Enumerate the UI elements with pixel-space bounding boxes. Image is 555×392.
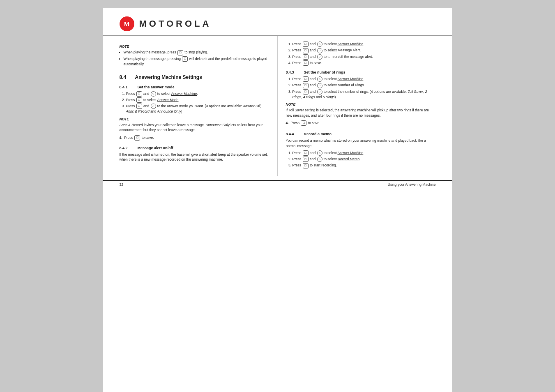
- page: M MOTOROLA NOTE When playing the message…: [103, 8, 452, 392]
- intro-note-list: When playing the message, press □ to sto…: [124, 50, 269, 67]
- nav-key-3: □: [136, 104, 142, 109]
- nav-key-1: □: [136, 91, 142, 97]
- left-column: NOTE When playing the message, press □ t…: [103, 36, 278, 176]
- step-8-4-3-2: Press □ and ○ to select Number of Rings.: [292, 83, 436, 88]
- step-8-4-1-4: 4. Press □ to save.: [120, 135, 269, 141]
- section-8-4-3-steps: Press □ and ○ to select Answer Machine. …: [292, 76, 436, 99]
- save-key-1: □: [134, 135, 140, 141]
- nav-key-r6: □: [303, 83, 309, 88]
- nav-key-r2: □: [303, 48, 309, 53]
- nav-key-r10: □: [303, 157, 309, 162]
- step-8-4-1-3: Press □ and ○ to the answer mode you wan…: [126, 104, 269, 114]
- svg-text:M: M: [124, 21, 130, 28]
- intro-note: NOTE When playing the message, press □ t…: [120, 44, 269, 67]
- ok-key-1: ○: [151, 91, 156, 97]
- right-column: Press □ and ○ to select Answer Machine. …: [278, 36, 452, 176]
- section-8-4-1-number: 8.4.1: [120, 85, 134, 90]
- save-key-r8: □: [301, 120, 306, 126]
- section-8-4-4-number: 8.4.4: [286, 131, 301, 137]
- nav-key-2: □: [136, 97, 142, 103]
- nav-key-r1: □: [303, 42, 309, 47]
- motorola-logo-icon: M: [120, 16, 134, 31]
- ok-key-r3: ○: [317, 54, 322, 60]
- step-8-4-1-1: Press □ and ○ to select Answer Machine.: [126, 91, 269, 97]
- section-8-4-1-title: Set the answer mode: [138, 85, 175, 90]
- section-8-4-3-note: NOTE If Toll Saver setting is selected, …: [286, 102, 436, 118]
- nav-key-r5: □: [303, 76, 309, 82]
- section-8-4-1-note-text: Annc & Record invites your callers to le…: [120, 122, 269, 133]
- section-8-4-4-title: Record a memo: [304, 131, 332, 137]
- step-8-4-2-1: Press □ and ○ to select Answer Machine.: [292, 42, 436, 47]
- step-8-4-1-2: Press □ to select Answer Mode.: [126, 97, 269, 103]
- step-8-4-2-3: Press □ and ○ to turn on/off the message…: [292, 54, 436, 60]
- section-8-4-2-heading: 8.4.2 Message alert on/off: [120, 143, 269, 152]
- ok-key-r2: ○: [317, 48, 322, 53]
- ok-key-r7: ○: [317, 89, 322, 95]
- step-8-4-4-1: Press □ and ○ to select Answer Machine.: [292, 150, 436, 156]
- intro-note-item-2: When playing the message, pressing □ wil…: [124, 56, 269, 67]
- section-8-4-1-steps: Press □ and ○ to select Answer Machine. …: [126, 91, 269, 114]
- step-8-4-4-3: Press □ to start recording.: [292, 163, 436, 168]
- delete-key: □: [182, 56, 188, 62]
- save-key-r4: □: [303, 60, 309, 66]
- section-8-4-heading: 8.4 Answering Machine Settings: [120, 70, 269, 82]
- section-8-4-4-heading: 8.4.4 Record a memo: [286, 129, 436, 138]
- step-8-4-2-2: Press □ and ○ to select Message Alert.: [292, 48, 436, 53]
- section-8-4-2-steps: Press □ and ○ to select Answer Machine. …: [292, 42, 436, 66]
- section-8-4-3-note-text: If Toll Saver setting is selected, the a…: [286, 108, 436, 118]
- section-8-4-title: Answering Machine Settings: [135, 74, 202, 81]
- ok-key-r6: ○: [317, 83, 322, 88]
- section-8-4-3-note-label: NOTE: [286, 102, 436, 107]
- nav-key-r11: □: [303, 163, 309, 168]
- step-8-4-4-2: Press □ and ○ to select Record Memo.: [292, 157, 436, 162]
- header: M MOTOROLA: [103, 8, 452, 36]
- nav-key-r7: □: [303, 89, 309, 95]
- brand-name: MOTOROLA: [139, 18, 212, 29]
- section-8-4-3-title: Set the number of rings: [304, 70, 345, 75]
- step-8-4-2-4: Press □ to save.: [292, 60, 436, 66]
- section-8-4-4-intro: You can record a memo which is stored on…: [286, 138, 436, 148]
- ok-key-3: ○: [151, 104, 156, 109]
- intro-note-item-1: When playing the message, press □ to sto…: [124, 50, 269, 55]
- section-8-4-2-title: Message alert on/off: [138, 145, 173, 151]
- ok-key-r5: ○: [317, 76, 322, 82]
- section-8-4-1-note-label: NOTE: [120, 117, 269, 122]
- step-8-4-3-4: 4. Press □ to save.: [286, 120, 436, 126]
- ok-key-r1: ○: [317, 42, 322, 47]
- section-8-4-4-steps: Press □ and ○ to select Answer Machine. …: [292, 150, 436, 168]
- section-8-4-number: 8.4: [120, 74, 132, 81]
- step-8-4-3-1: Press □ and ○ to select Answer Machine.: [292, 76, 436, 82]
- section-8-4-3-number: 8.4.3: [286, 70, 301, 75]
- section-8-4-3-heading: 8.4.3 Set the number of rings: [286, 67, 436, 76]
- section-8-4-1-heading: 8.4.1 Set the answer mode: [120, 82, 269, 91]
- ok-key-r10: ○: [317, 157, 322, 162]
- section-8-4-2-number: 8.4.2: [120, 145, 134, 151]
- content-area: NOTE When playing the message, press □ t…: [103, 36, 452, 176]
- intro-note-label: NOTE: [120, 44, 269, 49]
- footer: 32 Using your Answering Machine: [103, 180, 452, 188]
- section-8-4-1-note: NOTE Annc & Record invites your callers …: [120, 117, 269, 133]
- step-8-4-3-3: Press □ and ○ to select the number of ri…: [292, 89, 436, 100]
- nav-key-r9: □: [303, 150, 309, 156]
- footer-section-label: Using your Answering Machine: [388, 182, 436, 187]
- ok-key-r9: ○: [317, 150, 322, 156]
- section-8-4-2-text: If the message alert is turned on, the b…: [120, 152, 269, 162]
- nav-key-r3: □: [303, 54, 309, 60]
- stop-key: □: [177, 50, 183, 55]
- page-number: 32: [120, 182, 123, 187]
